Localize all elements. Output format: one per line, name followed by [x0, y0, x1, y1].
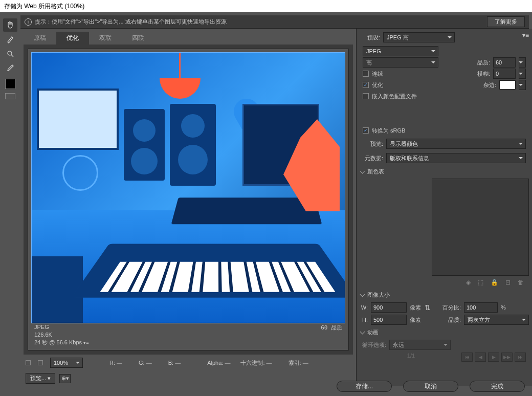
- settings-panel: ▾≡ 预设: JPEG 高 JPEG 高 品质: 连续 模糊:: [356, 29, 532, 386]
- panel-menu-icon[interactable]: ▾≡: [522, 32, 529, 39]
- learn-more-button[interactable]: 了解更多: [487, 16, 525, 27]
- matte-swatch[interactable]: [499, 80, 516, 90]
- foreground-swatch[interactable]: [5, 79, 15, 89]
- metadata-label: 元数据:: [363, 155, 383, 162]
- tip-text: 提示：使用"文件">"导出">"导出为..."或右键单击某个图层可更快速地导出资…: [35, 18, 227, 26]
- anim-next: ▶▶: [501, 353, 513, 362]
- anim-first: ⏮: [461, 353, 473, 362]
- svg-point-0: [8, 51, 12, 55]
- image-size-header[interactable]: 图像大小: [360, 289, 529, 301]
- format-select[interactable]: JPEG: [363, 46, 438, 56]
- save-button[interactable]: 存储...: [337, 381, 392, 392]
- frame-counter: 1/1: [363, 353, 459, 362]
- preset-select[interactable]: JPEG 高: [383, 32, 455, 42]
- ct-icon-2[interactable]: ⬚: [478, 279, 483, 286]
- hand-tool[interactable]: [3, 18, 17, 32]
- convert-srgb-checkbox[interactable]: [363, 127, 369, 134]
- ct-trash-icon[interactable]: 🗑: [518, 279, 524, 286]
- embed-profile-label: 嵌入颜色配置文件: [372, 93, 417, 100]
- resample-quality-label: 品质:: [434, 316, 461, 324]
- link-icon[interactable]: ⇅: [424, 303, 431, 312]
- convert-srgb-label: 转换为 sRGB: [372, 127, 405, 135]
- tool-strip: [0, 15, 20, 100]
- anim-last: ⏭: [515, 353, 526, 362]
- resample-select[interactable]: 两次立方: [464, 315, 529, 325]
- color-table-header[interactable]: 颜色表: [360, 166, 529, 178]
- nav-box-2[interactable]: [38, 360, 43, 365]
- width-input[interactable]: [371, 302, 407, 313]
- animation-header[interactable]: 动画: [360, 326, 529, 338]
- height-label: H:: [360, 317, 368, 323]
- status-bar: 100% R: — G: — B: — Alpha: — 十六进制: — 索引:…: [24, 355, 353, 371]
- percent-input[interactable]: [464, 302, 498, 313]
- embed-profile-checkbox[interactable]: [363, 93, 369, 99]
- anim-prev: ◀: [475, 353, 486, 362]
- slice-tool[interactable]: [3, 33, 17, 46]
- matte-label: 杂边:: [476, 81, 496, 89]
- info-icon: i: [25, 18, 32, 26]
- height-input[interactable]: [371, 315, 407, 325]
- view-tabs: 原稿 优化 双联 四联: [24, 32, 353, 45]
- done-button[interactable]: 完成: [470, 381, 525, 392]
- browser-preview-icon[interactable]: ⊕▾: [59, 374, 71, 383]
- preview-image[interactable]: [31, 52, 345, 323]
- anim-play: ▶: [488, 353, 499, 362]
- svg-line-1: [11, 55, 13, 57]
- eyedropper-tool[interactable]: [3, 61, 17, 75]
- window-title: 存储为 Web 所用格式 (100%): [0, 0, 532, 12]
- optimized-checkbox[interactable]: [363, 82, 369, 88]
- progressive-checkbox[interactable]: [363, 71, 369, 77]
- toggle-swatch[interactable]: [5, 93, 15, 99]
- preview-frame: JPEG 126.6K 24 秒 @ 56.6 Kbps ▾≡ 60 品质: [28, 49, 349, 350]
- dialog-buttons: 存储... 取消 完成: [337, 381, 525, 392]
- quality-input[interactable]: [493, 57, 516, 68]
- preview-info: JPEG 126.6K 24 秒 @ 56.6 Kbps ▾≡: [34, 323, 88, 347]
- preview-quality: 60 品质: [321, 324, 342, 332]
- loop-label: 循环选项:: [360, 341, 386, 349]
- tab-two-up[interactable]: 双联: [89, 32, 122, 45]
- preview-mode-label: 预览:: [363, 140, 383, 148]
- loop-select: 永远: [389, 340, 451, 350]
- ct-icon-1[interactable]: ◈: [466, 279, 471, 286]
- color-table: [432, 179, 529, 276]
- width-label: W:: [360, 304, 368, 311]
- blur-input[interactable]: [493, 69, 516, 79]
- zoom-tool[interactable]: [3, 47, 17, 60]
- preset-label: 预设:: [360, 34, 380, 41]
- ct-new-icon[interactable]: ⊡: [505, 279, 511, 286]
- tab-optimized[interactable]: 优化: [56, 32, 89, 45]
- color-table-actions: ◈ ⬚ 🔒 ⊡ 🗑: [360, 277, 529, 288]
- blur-label: 模糊:: [470, 70, 490, 78]
- quality-preset-select[interactable]: 高: [363, 57, 438, 68]
- tab-original[interactable]: 原稿: [24, 32, 56, 45]
- tab-four-up[interactable]: 四联: [122, 32, 154, 45]
- progressive-label: 连续: [372, 70, 383, 78]
- tip-bar: i 提示：使用"文件">"导出">"导出为..."或右键单击某个图层可更快速地导…: [20, 15, 529, 29]
- quality-label: 品质:: [470, 59, 490, 67]
- cancel-button[interactable]: 取消: [403, 381, 458, 392]
- preview-mode-select[interactable]: 显示器颜色: [386, 139, 526, 149]
- metadata-select[interactable]: 版权和联系信息: [386, 153, 526, 163]
- ct-lock-icon[interactable]: 🔒: [491, 279, 498, 286]
- percent-label: 百分比:: [434, 304, 461, 312]
- nav-box-1[interactable]: [26, 360, 31, 365]
- zoom-select[interactable]: 100%: [50, 358, 83, 368]
- optimized-label: 优化: [372, 81, 383, 89]
- preview-button[interactable]: 预览... ▾: [26, 373, 55, 384]
